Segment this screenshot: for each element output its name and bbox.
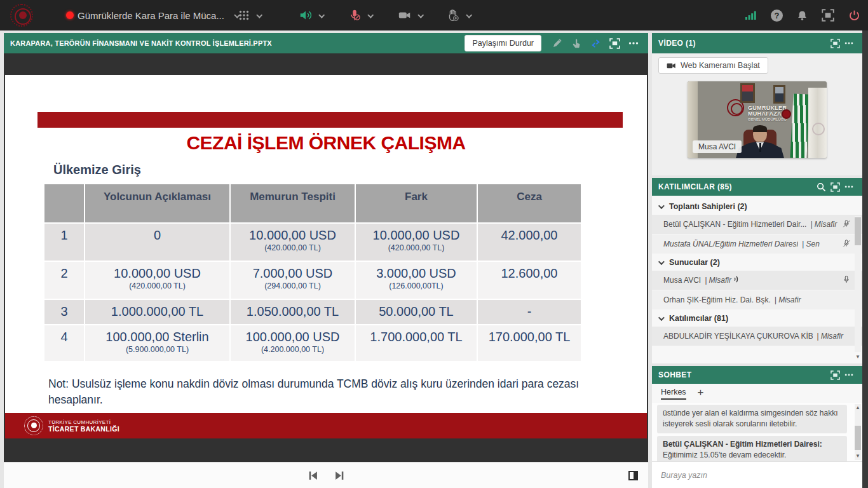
fullscreen-button[interactable] bbox=[605, 36, 624, 51]
previous-icon bbox=[308, 470, 318, 481]
start-webcam-button[interactable]: Web Kameramı Başlat bbox=[658, 57, 768, 74]
chat-tab-everyone[interactable]: Herkes bbox=[661, 388, 686, 400]
table-cell: 2 bbox=[44, 262, 84, 299]
participant-row[interactable]: ABDULKADİR YEŞİLKAYA ÇUKUROVA KİBA | Mis… bbox=[652, 327, 862, 346]
table-cell: - bbox=[478, 300, 581, 324]
chat-panel-title: SOHBET bbox=[658, 370, 691, 379]
add-chat-tab-button[interactable]: + bbox=[698, 386, 704, 399]
participants-panel-title: KATILIMCILAR (85) bbox=[658, 182, 732, 191]
customs-flag bbox=[790, 93, 810, 158]
app-logo bbox=[10, 4, 33, 27]
chevron-down-icon[interactable] bbox=[417, 11, 424, 18]
stop-sharing-button[interactable]: Paylaşımı Durdur bbox=[465, 35, 541, 51]
scrollbar-thumb[interactable] bbox=[855, 217, 861, 245]
slide-title: CEZAİ İŞLEM ÖRNEK ÇALIŞMA bbox=[5, 132, 647, 154]
slide-navigation bbox=[4, 462, 648, 488]
slide-accent-bar bbox=[37, 112, 623, 128]
next-slide-button[interactable] bbox=[332, 468, 346, 482]
speaker-video-tile[interactable]: GÜMRÜKLER MUHAFAZA GENEL MÜDÜRLÜĞÜ Musa … bbox=[688, 81, 827, 158]
table-header-cell: Memurun Tespiti bbox=[231, 184, 355, 222]
pointer-button[interactable] bbox=[567, 36, 586, 51]
ellipsis-icon bbox=[844, 373, 853, 377]
participant-group-hosts[interactable]: Toplantı Sahipleri (2) bbox=[652, 198, 862, 215]
collapsed-edge-strip[interactable] bbox=[862, 30, 868, 488]
participant-row[interactable]: Musa AVCI | Misafir bbox=[652, 271, 862, 290]
chat-message-sender: Betül ÇALIŞKAN - Eğitim Hizmetleri Daire… bbox=[663, 439, 841, 450]
leave-session-button[interactable] bbox=[848, 0, 861, 30]
chat-panel: SOHBET Herkes + üstünde yer alan el kald… bbox=[652, 366, 862, 488]
notifications-button[interactable] bbox=[796, 0, 808, 30]
search-icon bbox=[817, 182, 826, 192]
speaker-tie bbox=[759, 143, 761, 152]
participants-search-button[interactable] bbox=[814, 180, 828, 194]
table-cell: 10.000,00 USD(420.000,00 TL) bbox=[356, 224, 477, 261]
chat-panel-header: SOHBET bbox=[652, 366, 862, 384]
participant-row[interactable]: Betül ÇALIŞKAN - Eğitim Hizmetleri Dair.… bbox=[652, 215, 862, 234]
apps-grid-button[interactable] bbox=[239, 0, 261, 30]
speaker-icon bbox=[299, 8, 313, 22]
participant-group-presenters[interactable]: Sunucular (2) bbox=[652, 254, 862, 271]
help-button[interactable]: ? bbox=[771, 0, 783, 30]
annotate-pen-button[interactable] bbox=[548, 36, 567, 51]
video-menu-button[interactable] bbox=[842, 36, 856, 50]
help-icon: ? bbox=[771, 10, 783, 22]
raise-hand-icon bbox=[446, 8, 460, 22]
slide: CEZAİ İŞLEM ÖRNEK ÇALIŞMA Ülkemize Giriş… bbox=[5, 75, 647, 438]
participant-row[interactable]: Orhan ŞIK-Eğitim Hiz. Dai. Bşk. | Misafi… bbox=[652, 290, 862, 309]
table-cell: 7.000,00 USD(294.000,00 TL) bbox=[231, 262, 355, 299]
ellipsis-icon bbox=[844, 41, 853, 45]
chevron-down-icon bbox=[658, 203, 665, 209]
scroll-up-arrow[interactable]: ▲ bbox=[855, 405, 860, 410]
sync-arrows-icon bbox=[590, 37, 602, 50]
chevron-down-icon[interactable] bbox=[466, 11, 472, 18]
layout-button[interactable] bbox=[822, 0, 834, 30]
chat-messages: üstünde yer alan el kaldırma simgesinden… bbox=[652, 403, 862, 461]
chevron-down-icon[interactable] bbox=[318, 11, 325, 18]
participants-scrollbar[interactable] bbox=[855, 216, 861, 352]
raise-hand-control[interactable] bbox=[446, 0, 471, 30]
presentation-panel: KARAPARA, TERÖRÜN FİNANSMANI VE NAKİT KO… bbox=[4, 33, 648, 488]
table-cell: 12.600,00 bbox=[478, 262, 581, 299]
camera-control[interactable] bbox=[398, 0, 423, 30]
participant-group-attendees[interactable]: Katılımcılar (81) bbox=[652, 310, 862, 327]
chevron-down-icon[interactable] bbox=[367, 11, 374, 18]
chevron-down-icon[interactable] bbox=[256, 11, 262, 18]
chat-menu-button[interactable] bbox=[842, 368, 856, 382]
presentation-filename: KARAPARA, TERÖRÜN FİNANSMANI VE NAKİT KO… bbox=[10, 39, 465, 47]
participants-fullscreen-button[interactable] bbox=[828, 180, 842, 194]
slide-note: Not: Usulsüz işleme konu nakdin döviz ol… bbox=[48, 376, 607, 409]
camera-icon bbox=[398, 8, 412, 22]
panel-menu-button[interactable] bbox=[624, 36, 643, 51]
scroll-down-arrow[interactable]: ▼ bbox=[855, 454, 860, 459]
microphone-active-icon bbox=[842, 275, 851, 286]
scroll-down-arrow[interactable]: ▼ bbox=[855, 355, 860, 360]
bell-icon bbox=[796, 10, 808, 22]
recording-indicator-icon bbox=[66, 11, 74, 19]
participants-menu-button[interactable] bbox=[842, 180, 856, 194]
chat-scrollbar[interactable] bbox=[855, 404, 861, 460]
presentation-header: KARAPARA, TERÖRÜN FİNANSMANI VE NAKİT KO… bbox=[4, 33, 648, 53]
focus-frame-icon bbox=[831, 370, 840, 380]
toggle-sidebar-button[interactable] bbox=[628, 471, 638, 480]
microphone-muted-icon bbox=[348, 8, 362, 22]
video-fullscreen-button[interactable] bbox=[828, 36, 842, 50]
camera-icon bbox=[667, 62, 676, 70]
sync-view-button[interactable] bbox=[586, 36, 605, 51]
scrollbar-thumb[interactable] bbox=[855, 426, 861, 450]
next-icon bbox=[334, 470, 345, 481]
connection-quality-indicator[interactable] bbox=[745, 0, 757, 30]
session-title[interactable]: Gümrüklerde Kara Para ile Müca... bbox=[78, 0, 239, 30]
speaker-control[interactable] bbox=[299, 0, 323, 30]
participant-row[interactable]: Mustafa ÜNAL/Eğitim Hizmetleri Dairesi |… bbox=[652, 234, 862, 254]
signal-bars-icon bbox=[745, 9, 757, 22]
microphone-muted-icon bbox=[842, 239, 851, 250]
previous-slide-button[interactable] bbox=[306, 468, 320, 482]
chat-fullscreen-button[interactable] bbox=[828, 368, 842, 382]
table-header-cell: Yolcunun Açıklaması bbox=[85, 184, 229, 222]
ellipsis-icon bbox=[844, 185, 853, 189]
microphone-control[interactable] bbox=[348, 0, 372, 30]
chat-input[interactable] bbox=[661, 471, 832, 480]
penalty-table: Yolcunun Açıklaması Memurun Tespiti Fark… bbox=[44, 184, 586, 361]
chat-message: Betül ÇALIŞKAN - Eğitim Hizmetleri Daire… bbox=[657, 436, 847, 461]
wall-badge-icon bbox=[782, 109, 791, 119]
